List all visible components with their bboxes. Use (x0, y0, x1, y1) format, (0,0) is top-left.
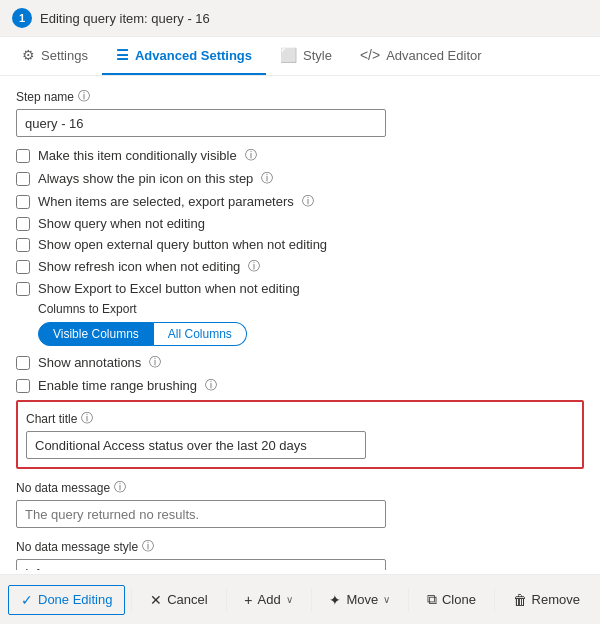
checkbox-label-8: Show annotations (38, 355, 141, 370)
chart-title-info-icon[interactable]: ⓘ (81, 410, 93, 427)
clone-icon: ⧉ (427, 591, 437, 608)
checkbox-conditional-visible[interactable] (16, 149, 30, 163)
tab-advanced-settings-label: Advanced Settings (135, 48, 252, 63)
footer-divider-2 (226, 588, 227, 612)
checkbox-show-query[interactable] (16, 217, 30, 231)
header-bar: 1 Editing query item: query - 16 (0, 0, 600, 37)
move-dropdown-arrow-icon: ∨ (383, 594, 390, 605)
settings-icon: ⚙ (22, 47, 35, 63)
move-label: Move (346, 592, 378, 607)
checkbox-label-6: Show refresh icon when not editing (38, 259, 240, 274)
cancel-label: Cancel (167, 592, 207, 607)
done-editing-label: Done Editing (38, 592, 112, 607)
checkbox-label-4: Show query when not editing (38, 216, 205, 231)
tab-style-label: Style (303, 48, 332, 63)
no-data-message-group: No data message ⓘ (16, 479, 584, 528)
no-data-style-info-icon[interactable]: ⓘ (142, 538, 154, 555)
footer-divider-5 (494, 588, 495, 612)
remove-icon: 🗑 (513, 592, 527, 608)
info-icon-2[interactable]: ⓘ (261, 170, 273, 187)
checkbox-label-3: When items are selected, export paramete… (38, 194, 294, 209)
columns-export-group: Columns to Export Visible Columns All Co… (38, 302, 584, 346)
add-button[interactable]: + Add ∨ (232, 586, 304, 614)
tab-style[interactable]: ⬜ Style (266, 37, 346, 75)
step-name-info-icon[interactable]: ⓘ (78, 88, 90, 105)
info-icon-9[interactable]: ⓘ (205, 377, 217, 394)
advanced-editor-icon: </> (360, 47, 380, 63)
move-icon: ✦ (329, 592, 341, 608)
columns-export-label: Columns to Export (38, 302, 584, 316)
checkbox-row-3: When items are selected, export paramete… (16, 193, 584, 210)
checkbox-time-range[interactable] (16, 379, 30, 393)
no-data-message-style-label: No data message style ⓘ (16, 538, 584, 555)
no-data-message-label: No data message ⓘ (16, 479, 584, 496)
footer-divider-3 (311, 588, 312, 612)
step-badge: 1 (12, 8, 32, 28)
footer-divider-4 (408, 588, 409, 612)
checkbox-export-excel[interactable] (16, 282, 30, 296)
no-data-message-style-group: No data message style ⓘ Info Warning Err… (16, 538, 584, 570)
add-dropdown-arrow-icon: ∨ (286, 594, 293, 605)
clone-button[interactable]: ⧉ Clone (415, 585, 488, 614)
add-icon: + (244, 592, 252, 608)
checkbox-annotations[interactable] (16, 356, 30, 370)
tab-advanced-editor-label: Advanced Editor (386, 48, 481, 63)
chart-title-group: Chart title ⓘ (16, 400, 584, 469)
checkbox-row-2: Always show the pin icon on this step ⓘ (16, 170, 584, 187)
info-icon-8[interactable]: ⓘ (149, 354, 161, 371)
checkbox-row-7: Show Export to Excel button when not edi… (16, 281, 584, 296)
add-label: Add (258, 592, 281, 607)
columns-toggle: Visible Columns All Columns (38, 322, 584, 346)
move-button[interactable]: ✦ Move ∨ (317, 586, 402, 614)
footer-bar: ✓ Done Editing ✕ Cancel + Add ∨ ✦ Move ∨… (0, 574, 600, 624)
no-data-message-info-icon[interactable]: ⓘ (114, 479, 126, 496)
done-check-icon: ✓ (21, 592, 33, 608)
toggle-visible-columns[interactable]: Visible Columns (38, 322, 154, 346)
checkbox-row-9: Enable time range brushing ⓘ (16, 377, 584, 394)
checkbox-export-params[interactable] (16, 195, 30, 209)
checkbox-row-1: Make this item conditionally visible ⓘ (16, 147, 584, 164)
info-icon-6[interactable]: ⓘ (248, 258, 260, 275)
done-editing-button[interactable]: ✓ Done Editing (8, 585, 125, 615)
checkbox-label-7: Show Export to Excel button when not edi… (38, 281, 300, 296)
checkbox-pin-icon[interactable] (16, 172, 30, 186)
checkbox-row-6: Show refresh icon when not editing ⓘ (16, 258, 584, 275)
step-name-group: Step name ⓘ (16, 88, 584, 137)
checkbox-row-4: Show query when not editing (16, 216, 584, 231)
checkbox-label-9: Enable time range brushing (38, 378, 197, 393)
cancel-button[interactable]: ✕ Cancel (138, 586, 219, 614)
tab-advanced-settings[interactable]: ☰ Advanced Settings (102, 37, 266, 75)
main-content: Step name ⓘ Make this item conditionally… (0, 76, 600, 570)
style-icon: ⬜ (280, 47, 297, 63)
advanced-settings-icon: ☰ (116, 47, 129, 63)
no-data-message-style-select[interactable]: Info Warning Error (16, 559, 386, 570)
checkbox-row-8: Show annotations ⓘ (16, 354, 584, 371)
checkbox-label-5: Show open external query button when not… (38, 237, 327, 252)
header-title: Editing query item: query - 16 (40, 11, 210, 26)
checkbox-refresh-icon[interactable] (16, 260, 30, 274)
footer-divider-1 (131, 588, 132, 612)
info-icon-1[interactable]: ⓘ (245, 147, 257, 164)
checkbox-row-5: Show open external query button when not… (16, 237, 584, 252)
tab-settings[interactable]: ⚙ Settings (8, 37, 102, 75)
step-name-label: Step name ⓘ (16, 88, 584, 105)
toggle-all-columns[interactable]: All Columns (154, 322, 247, 346)
chart-title-input[interactable] (26, 431, 366, 459)
cancel-icon: ✕ (150, 592, 162, 608)
tab-advanced-editor[interactable]: </> Advanced Editor (346, 37, 496, 75)
clone-label: Clone (442, 592, 476, 607)
no-data-message-input[interactable] (16, 500, 386, 528)
tab-settings-label: Settings (41, 48, 88, 63)
checkbox-label-2: Always show the pin icon on this step (38, 171, 253, 186)
remove-label: Remove (532, 592, 580, 607)
tab-bar: ⚙ Settings ☰ Advanced Settings ⬜ Style <… (0, 37, 600, 76)
remove-button[interactable]: 🗑 Remove (501, 586, 592, 614)
chart-title-label: Chart title ⓘ (26, 410, 574, 427)
step-name-input[interactable] (16, 109, 386, 137)
checkbox-label-1: Make this item conditionally visible (38, 148, 237, 163)
checkbox-external-query[interactable] (16, 238, 30, 252)
info-icon-3[interactable]: ⓘ (302, 193, 314, 210)
